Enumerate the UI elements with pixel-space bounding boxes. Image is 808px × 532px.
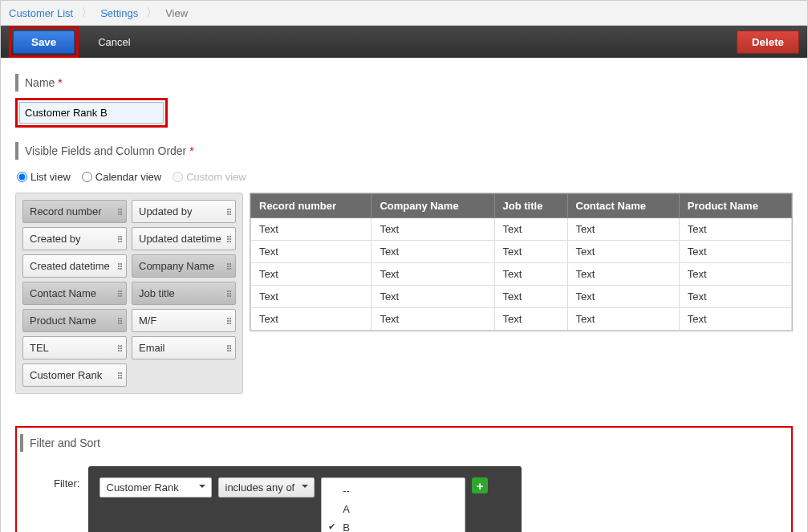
grid-cell: Text <box>494 241 567 263</box>
grid-cell: Text <box>251 241 372 263</box>
grid-cell: Text <box>567 286 679 308</box>
table-row: TextTextTextTextText <box>251 263 792 286</box>
breadcrumb-link[interactable]: Customer List <box>9 7 73 19</box>
grid-cell: Text <box>679 241 791 263</box>
grid-cell: Text <box>494 263 567 286</box>
field-chip[interactable]: M/F <box>132 309 236 332</box>
save-highlight: Save <box>9 26 79 58</box>
grid-column-header[interactable]: Contact Name <box>567 194 679 218</box>
grid-cell: Text <box>567 263 679 286</box>
filter-field-select[interactable]: Customer Rank <box>99 477 212 497</box>
grid-cell: Text <box>567 241 679 263</box>
table-row: TextTextTextTextText <box>251 218 792 241</box>
breadcrumb-current: View <box>165 7 188 19</box>
grid-column-header[interactable]: Record number <box>251 194 372 218</box>
required-asterisk-icon: * <box>58 76 62 89</box>
field-chip[interactable]: Record number <box>22 200 127 223</box>
grid-cell: Text <box>251 263 372 286</box>
radio-calendar-view[interactable]: Calendar view <box>82 171 161 183</box>
filter-operator-select[interactable]: includes any of <box>218 477 315 497</box>
field-chip[interactable]: Job title <box>132 282 236 305</box>
field-chip[interactable]: Created by <box>22 227 127 250</box>
filter-label: Filter: <box>54 466 80 489</box>
grid-cell: Text <box>372 263 494 286</box>
breadcrumb-separator-icon: 〉 <box>81 6 92 20</box>
grid-cell: Text <box>567 308 679 331</box>
radio-custom-view: Custom view <box>173 171 246 183</box>
grid-cell: Text <box>251 218 372 241</box>
field-chip[interactable]: Customer Rank <box>22 363 127 387</box>
grid-cell: Text <box>372 218 494 241</box>
view-name-input[interactable] <box>19 102 164 124</box>
grid-cell: Text <box>679 286 791 308</box>
grid-cell: Text <box>372 241 494 263</box>
cancel-button[interactable]: Cancel <box>90 31 138 53</box>
name-section-label: Name * <box>15 74 793 91</box>
field-chip[interactable]: TEL <box>22 336 127 359</box>
table-row: TextTextTextTextText <box>251 241 792 263</box>
grid-column-header[interactable]: Company Name <box>372 194 494 218</box>
grid-cell: Text <box>494 218 567 241</box>
grid-cell: Text <box>679 263 791 286</box>
grid-cell: Text <box>679 308 791 331</box>
breadcrumb-separator-icon: 〉 <box>146 6 157 20</box>
grid-column-header[interactable]: Product Name <box>679 194 791 218</box>
filter-panel: Customer Rank includes any of --ABC + <box>88 466 522 532</box>
grid-cell: Text <box>494 308 567 331</box>
filter-option[interactable]: -- <box>322 481 465 500</box>
filter-value-options[interactable]: --ABC <box>321 477 465 532</box>
grid-cell: Text <box>251 308 372 331</box>
toolbar: Save Cancel Delete <box>1 26 807 58</box>
field-chip[interactable]: Created datetime <box>22 254 127 278</box>
field-chip[interactable]: Product Name <box>22 309 127 332</box>
add-filter-button[interactable]: + <box>472 477 488 493</box>
preview-grid: Record numberCompany NameJob titleContac… <box>250 193 793 331</box>
field-palette: Record numberCreated byCreated datetimeC… <box>15 193 243 394</box>
table-row: TextTextTextTextText <box>251 308 792 331</box>
filter-sort-section-label: Filter and Sort <box>20 434 791 452</box>
grid-cell: Text <box>679 218 791 241</box>
filter-option[interactable]: A <box>322 500 465 518</box>
field-chip[interactable]: Updated by <box>132 200 236 223</box>
field-chip[interactable]: Updated datetime <box>132 227 236 250</box>
grid-cell: Text <box>372 308 494 331</box>
visible-fields-section-label: Visible Fields and Column Order * <box>15 142 793 160</box>
breadcrumbs: Customer List 〉 Settings 〉 View <box>1 1 807 26</box>
breadcrumb-link[interactable]: Settings <box>100 7 138 19</box>
filter-option[interactable]: B <box>322 518 465 532</box>
radio-list-view[interactable]: List view <box>17 171 71 183</box>
field-chip[interactable]: Contact Name <box>22 282 127 305</box>
delete-button[interactable]: Delete <box>737 30 799 54</box>
save-button[interactable]: Save <box>13 30 75 54</box>
view-type-radiogroup: List view Calendar view Custom view <box>15 166 793 193</box>
table-row: TextTextTextTextText <box>251 286 792 308</box>
filter-section-highlight: Filter and Sort Filter: Customer Rank in… <box>15 426 793 532</box>
field-chip[interactable]: Company Name <box>132 254 236 278</box>
required-asterisk-icon: * <box>189 144 193 157</box>
name-input-highlight <box>15 98 168 128</box>
grid-cell: Text <box>567 218 679 241</box>
grid-cell: Text <box>372 286 494 308</box>
grid-column-header[interactable]: Job title <box>494 194 567 218</box>
grid-cell: Text <box>494 286 567 308</box>
field-chip[interactable]: Email <box>132 336 236 359</box>
grid-cell: Text <box>251 286 372 308</box>
